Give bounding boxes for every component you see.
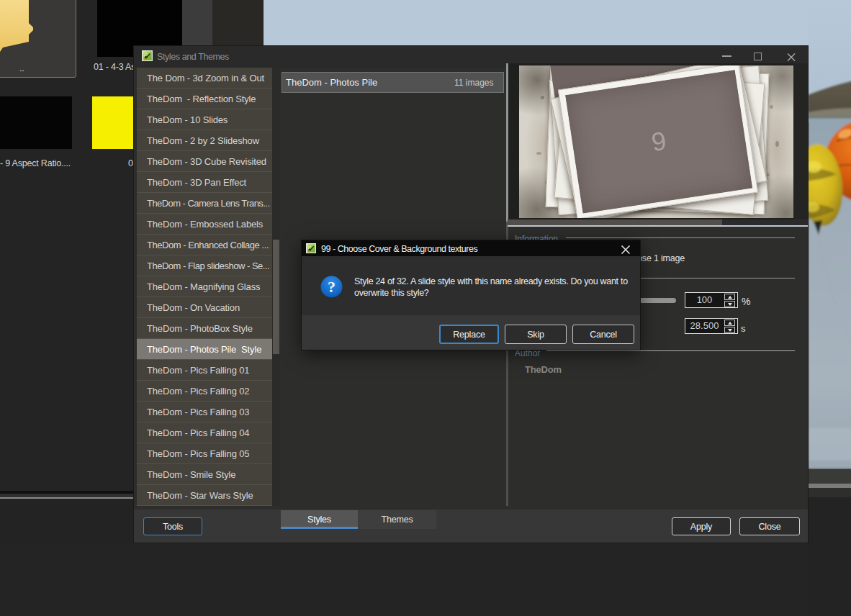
svg-text:?: ?	[328, 278, 336, 296]
